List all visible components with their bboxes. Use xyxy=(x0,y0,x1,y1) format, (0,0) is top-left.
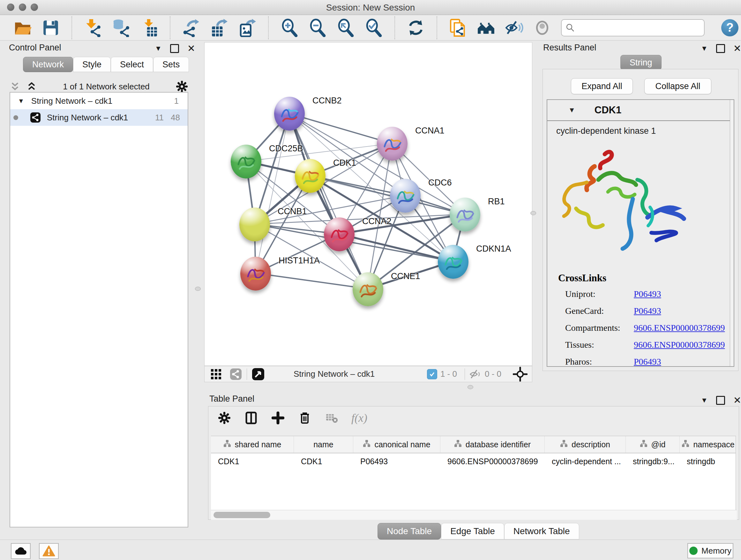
panel-float-icon[interactable] xyxy=(716,44,725,53)
node-CDC6[interactable] xyxy=(390,179,421,212)
new-network-from-selection-icon[interactable] xyxy=(449,18,467,37)
column-header-shared-name[interactable]: shared name xyxy=(211,436,294,453)
collapse-all-icon[interactable] xyxy=(10,81,20,92)
birdseye-view-icon[interactable] xyxy=(513,367,528,381)
panel-close-icon[interactable]: ✕ xyxy=(187,43,195,54)
panel-menu-icon[interactable]: ▼ xyxy=(155,44,162,53)
network-tree-child-row[interactable]: String Network – cdk1 11 48 xyxy=(10,109,188,126)
panel-float-icon[interactable] xyxy=(716,396,725,405)
zoom-in-icon[interactable] xyxy=(280,18,299,37)
export-table-icon[interactable] xyxy=(210,18,228,37)
node-HIST1H1A[interactable] xyxy=(240,257,271,291)
panel-menu-icon[interactable]: ▼ xyxy=(701,396,708,405)
expand-all-icon[interactable] xyxy=(26,81,37,92)
tab-style[interactable]: Style xyxy=(73,57,111,72)
table-row[interactable]: CDK1CDK1P064939606.ENSP00000378699cyclin… xyxy=(211,453,737,469)
panel-menu-icon[interactable]: ▼ xyxy=(701,44,708,53)
zoom-fit-icon[interactable] xyxy=(336,18,355,37)
export-image-icon[interactable] xyxy=(238,18,257,37)
panel-float-icon[interactable] xyxy=(170,44,179,53)
delete-column-icon[interactable] xyxy=(298,411,312,425)
memory-button[interactable]: Memory xyxy=(687,543,733,558)
tab-select[interactable]: Select xyxy=(111,57,153,72)
table-vertical-scrollbar[interactable] xyxy=(736,436,739,510)
function-builder-icon[interactable]: f(x) xyxy=(351,411,367,425)
collapse-section-icon[interactable]: ▼ xyxy=(568,106,576,114)
cloud-button[interactable] xyxy=(11,543,30,559)
toolbar-separator xyxy=(268,16,269,39)
table-splitter-handle[interactable] xyxy=(468,385,473,389)
create-column-icon[interactable] xyxy=(271,411,285,425)
search-input[interactable] xyxy=(575,22,704,33)
table-cell: CDK1 xyxy=(211,453,294,469)
main-toolbar: ? xyxy=(0,15,741,41)
zoom-selected-icon[interactable] xyxy=(364,18,383,37)
tab-network-table[interactable]: Network Table xyxy=(504,523,579,540)
node-CCNE1[interactable] xyxy=(353,272,383,306)
table-options-gear-icon[interactable] xyxy=(217,411,231,425)
column-header-namespace[interactable]: namespace xyxy=(680,436,737,453)
column-header-canonical-name[interactable]: canonical name xyxy=(353,436,441,453)
open-session-icon[interactable] xyxy=(13,18,32,37)
column-header-@id[interactable]: @id xyxy=(626,436,680,453)
selected-checkbox-icon[interactable] xyxy=(427,369,437,379)
node-CDK1[interactable] xyxy=(295,159,326,193)
right-splitter-handle[interactable] xyxy=(530,211,536,215)
column-header-name[interactable]: name xyxy=(294,436,353,453)
edge-CCNE1-HIST1H1A[interactable] xyxy=(256,273,367,289)
node-CCNA1[interactable] xyxy=(377,127,408,161)
panel-close-icon[interactable]: ✕ xyxy=(733,395,741,406)
node-CCNA2[interactable] xyxy=(324,217,354,251)
expand-all-button[interactable]: Expand All xyxy=(571,78,633,94)
results-scrollbar[interactable] xyxy=(730,100,734,366)
crosslink-link[interactable]: P06493 xyxy=(634,289,661,299)
first-neighbors-icon[interactable] xyxy=(477,18,495,37)
help-button[interactable]: ? xyxy=(721,19,738,37)
crosslink-link[interactable]: P06493 xyxy=(634,306,661,316)
import-network-database-icon[interactable] xyxy=(112,18,130,37)
crosslink-link[interactable]: 9606.ENSP00000378699 xyxy=(634,323,725,333)
scrollbar-thumb[interactable] xyxy=(213,512,270,518)
apply-layout-icon[interactable] xyxy=(407,18,425,37)
grid-view-icon[interactable] xyxy=(210,368,222,381)
tab-network[interactable]: Network xyxy=(23,57,73,72)
node-CCNB1[interactable] xyxy=(239,207,270,241)
gene-section-header[interactable]: ▼ CDK1 xyxy=(547,100,734,121)
network-canvas[interactable]: CCNB2CCNA1CDC25BCDK1CDC6RB1CCNB1CCNA2CDK… xyxy=(204,42,532,366)
crosslink-label: Tissues: xyxy=(558,340,634,350)
node-CDC25B[interactable] xyxy=(231,145,261,179)
tab-sets[interactable]: Sets xyxy=(153,57,189,72)
column-header-description[interactable]: description xyxy=(545,436,626,453)
hidden-eye-icon[interactable] xyxy=(469,368,482,380)
show-all-icon[interactable] xyxy=(533,18,551,37)
tab-edge-table[interactable]: Edge Table xyxy=(441,523,504,540)
detach-view-icon[interactable] xyxy=(252,368,265,381)
import-table-file-icon[interactable] xyxy=(140,18,158,37)
tree-collapse-icon[interactable]: ▼ xyxy=(18,98,24,105)
collapse-all-button[interactable]: Collapse All xyxy=(644,78,711,94)
left-splitter-handle[interactable] xyxy=(195,287,201,291)
node-CCNB2[interactable] xyxy=(274,97,305,131)
hide-selected-icon[interactable] xyxy=(505,18,523,37)
node-CDKN1A[interactable] xyxy=(438,245,468,279)
import-network-file-icon[interactable] xyxy=(84,18,102,37)
show-columns-icon[interactable] xyxy=(244,411,258,425)
protein-ribbon-thumbnail xyxy=(329,223,349,246)
warnings-button[interactable] xyxy=(39,543,59,559)
edge-CCNB2-CCNA1[interactable] xyxy=(289,114,392,144)
tab-node-table[interactable]: Node Table xyxy=(378,523,441,540)
export-network-icon[interactable] xyxy=(182,18,200,37)
node-RB1[interactable] xyxy=(450,198,480,232)
crosslink-link[interactable]: P06493 xyxy=(634,357,661,367)
column-header-database-identifier[interactable]: database identifier xyxy=(441,436,545,453)
network-view-icon[interactable] xyxy=(229,368,242,381)
zoom-out-icon[interactable] xyxy=(308,18,327,37)
panel-close-icon[interactable]: ✕ xyxy=(733,43,741,54)
network-options-gear-icon[interactable] xyxy=(176,80,188,93)
crosslink-link[interactable]: 9606.ENSP00000378699 xyxy=(634,340,725,350)
tab-string[interactable]: String xyxy=(620,55,662,70)
save-session-icon[interactable] xyxy=(42,18,60,37)
network-tree-root-row[interactable]: ▼ String Network – cdk1 1 xyxy=(10,92,188,109)
delete-table-icon[interactable] xyxy=(325,411,339,425)
edge-CCNB2-HIST1H1A[interactable] xyxy=(256,114,289,273)
